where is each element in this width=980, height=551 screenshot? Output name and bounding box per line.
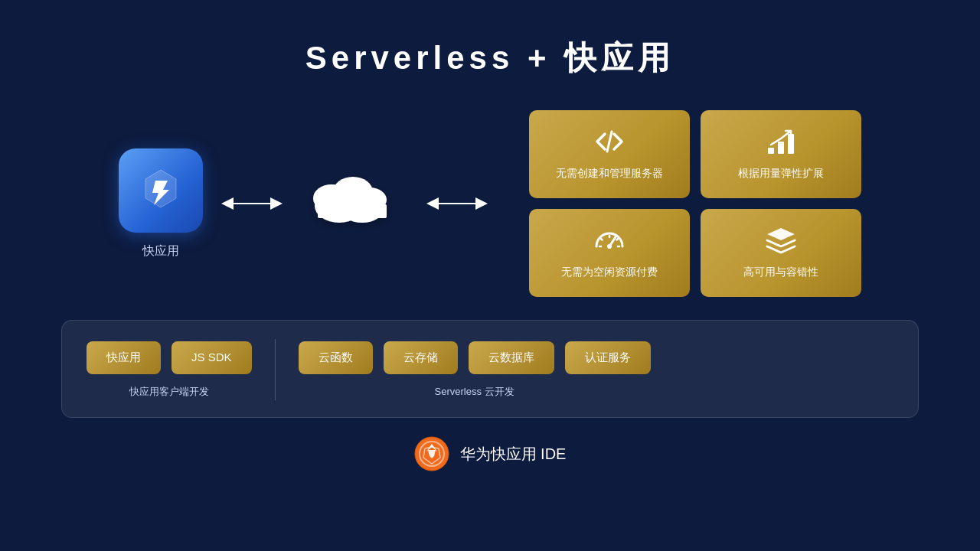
arrow-left	[221, 194, 283, 213]
svg-line-18	[617, 239, 619, 240]
feature-label-scale: 根据用量弹性扩展	[738, 167, 824, 181]
cloud-chip-database: 云数据库	[469, 341, 554, 374]
svg-line-8	[607, 132, 612, 152]
feature-label-no-idle: 无需为空闲资源付费	[561, 266, 658, 279]
bottom-section: 快应用 JS SDK 快应用客户端开发 云函数 云存储 云数据库 认证服务 Se…	[61, 320, 919, 418]
feature-label-no-server: 无需创建和管理服务器	[556, 167, 663, 181]
client-group: 快应用 JS SDK 快应用客户端开发	[87, 341, 252, 399]
svg-point-13	[607, 244, 612, 249]
footer: 华为快应用 IDE	[0, 436, 980, 471]
features-grid: 无需创建和管理服务器 根据用量弹性扩展	[529, 110, 861, 297]
cloud-group-label: Serverless 云开发	[435, 385, 514, 399]
layers-icon	[766, 227, 796, 258]
architecture-diagram: 快应用	[0, 110, 980, 297]
speed-icon	[593, 227, 626, 258]
cloud-group: 云函数 云存储 云数据库 认证服务 Serverless 云开发	[299, 341, 651, 399]
scale-icon	[766, 128, 796, 159]
client-chip-jssdk: JS SDK	[172, 341, 252, 374]
page-title: Serverless + 快应用	[0, 0, 980, 80]
svg-rect-6	[318, 204, 387, 218]
cloud-icon	[301, 161, 408, 230]
quick-app-label: 快应用	[142, 243, 179, 259]
client-group-label: 快应用客户端开发	[129, 385, 209, 399]
cloud-chip-storage: 云存储	[384, 341, 458, 374]
feature-card-no-server: 无需创建和管理服务器	[529, 110, 690, 198]
svg-rect-10	[778, 142, 784, 154]
feature-label-ha: 高可用与容错性	[743, 266, 818, 279]
feature-card-no-idle: 无需为空闲资源付费	[529, 209, 690, 297]
huawei-ide-logo	[414, 436, 449, 471]
code-icon	[594, 128, 625, 159]
arrow-right	[426, 194, 488, 213]
bottom-divider	[275, 339, 276, 400]
feature-card-scale: 根据用量弹性扩展	[701, 110, 861, 198]
client-chip-quickapp: 快应用	[87, 341, 161, 374]
cloud-items: 云函数 云存储 云数据库 认证服务	[299, 341, 651, 374]
svg-line-16	[601, 239, 603, 240]
quick-app-icon	[119, 148, 203, 233]
footer-label: 华为快应用 IDE	[460, 444, 567, 465]
client-items: 快应用 JS SDK	[87, 341, 252, 374]
cloud-chip-function: 云函数	[299, 341, 373, 374]
quick-app-block: 快应用	[119, 148, 203, 259]
cloud-chip-auth: 认证服务	[565, 341, 651, 374]
feature-card-ha: 高可用与容错性	[701, 209, 861, 297]
svg-rect-9	[768, 148, 774, 154]
